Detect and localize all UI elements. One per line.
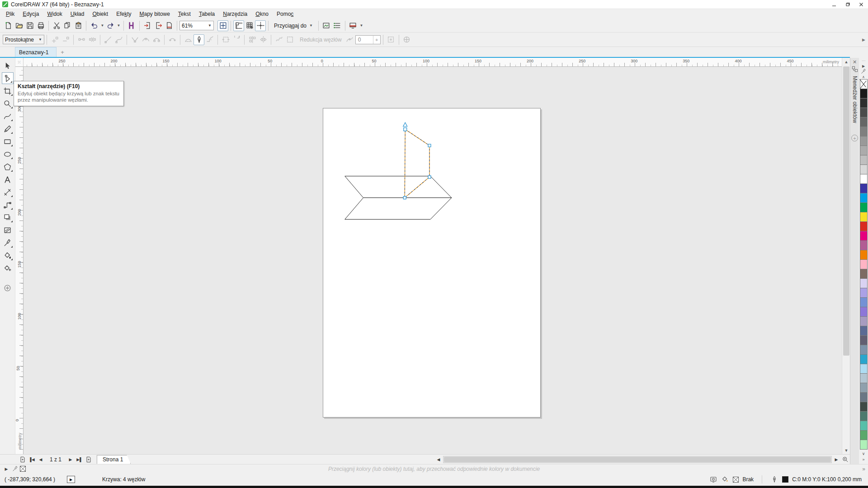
no-color-swatch[interactable] <box>860 79 868 89</box>
artistic-media-tool[interactable] <box>2 123 14 135</box>
spinner-plus-button[interactable]: + <box>373 36 380 44</box>
status-bar-flyout-button[interactable]: ▶ <box>67 476 75 483</box>
docker-add-button[interactable]: + <box>851 135 858 141</box>
freehand-tool[interactable] <box>2 110 14 122</box>
rulers-toggle-icon[interactable] <box>233 20 244 31</box>
color-swatch[interactable] <box>860 354 868 364</box>
zoom-level-combo[interactable]: 61%▼ <box>179 21 214 30</box>
document-options-icon[interactable] <box>321 20 332 31</box>
last-page-button[interactable]: ▶▌ <box>75 455 84 464</box>
palette-eyedropper-icon[interactable] <box>861 69 866 74</box>
color-swatch[interactable] <box>860 193 868 203</box>
zoom-tool[interactable] <box>2 98 14 109</box>
redo-dropdown[interactable]: ▼ <box>116 20 121 31</box>
color-swatch[interactable] <box>860 345 868 355</box>
menu-item[interactable]: Pomoc <box>273 9 297 19</box>
save-icon[interactable] <box>24 20 35 31</box>
paste-icon[interactable] <box>73 20 84 31</box>
undo-icon[interactable] <box>89 20 99 31</box>
polygon-tool[interactable] <box>2 161 14 173</box>
menu-item[interactable]: Edycja <box>19 9 43 19</box>
color-swatch[interactable] <box>860 155 868 165</box>
menu-item[interactable]: Układ <box>66 9 89 19</box>
palette-drag-handle[interactable]: ⋯ <box>862 58 865 63</box>
menu-item[interactable]: Okno <box>251 9 273 19</box>
color-swatch[interactable] <box>860 221 868 231</box>
curve-smoothness-spinner[interactable]: 0 + <box>355 35 381 44</box>
transparency-tool[interactable] <box>2 224 14 236</box>
color-swatch[interactable] <box>860 136 868 146</box>
color-swatch[interactable] <box>860 373 868 383</box>
color-swatch[interactable] <box>860 326 868 336</box>
color-swatch[interactable] <box>860 108 868 117</box>
color-swatch[interactable] <box>860 212 868 222</box>
add-page-icon-2[interactable] <box>84 455 93 464</box>
color-swatch[interactable] <box>860 402 868 412</box>
horizontal-ruler[interactable]: 2502001501005005010015020025030035040045… <box>24 58 842 67</box>
shape-tool[interactable] <box>2 72 14 84</box>
color-swatch[interactable] <box>860 164 868 174</box>
publish-pdf-icon[interactable] <box>164 20 175 31</box>
color-swatch[interactable] <box>860 383 868 393</box>
new-document-icon[interactable] <box>3 20 14 31</box>
color-swatch[interactable] <box>860 278 868 288</box>
ellipse-tool[interactable] <box>2 148 14 160</box>
export-icon[interactable] <box>153 20 164 31</box>
scroll-down-arrow[interactable]: ▼ <box>842 446 850 454</box>
curve-node[interactable] <box>403 197 406 199</box>
application-launcher-icon[interactable] <box>348 20 359 31</box>
menu-item[interactable]: Plik <box>2 9 19 19</box>
document-color-settings-icon[interactable] <box>709 475 717 483</box>
chevron-band-shape[interactable] <box>345 176 452 198</box>
menu-item[interactable]: Tabela <box>195 9 219 19</box>
document-page[interactable] <box>323 108 541 418</box>
page-tab-strona-1[interactable]: Strona 1 <box>97 455 131 464</box>
chevron-band-shape[interactable] <box>345 198 452 220</box>
application-launcher-dropdown[interactable]: ▼ <box>359 20 364 31</box>
minimize-button[interactable] <box>827 0 841 9</box>
drop-shadow-tool[interactable] <box>2 211 14 223</box>
menu-item[interactable]: Narzędzia <box>219 9 251 19</box>
docker-close-icon[interactable]: ✕ <box>853 58 857 66</box>
menu-item[interactable]: Obiekt <box>88 9 112 19</box>
drawing-objects[interactable] <box>323 108 540 417</box>
menu-item[interactable]: Efekty <box>112 9 135 19</box>
new-document-tab-button[interactable]: + <box>57 47 68 57</box>
palette-expand[interactable]: » <box>862 456 864 462</box>
crop-tool[interactable] <box>2 85 14 97</box>
more-tools-button[interactable] <box>2 282 14 294</box>
hints-icon[interactable] <box>126 20 137 31</box>
maximize-button[interactable] <box>841 0 854 9</box>
menu-item[interactable]: Mapy bitowe <box>135 9 174 19</box>
view-options-icon[interactable] <box>332 20 343 31</box>
close-button[interactable] <box>854 0 868 9</box>
palette-scroll-down[interactable]: ∨ <box>862 450 865 456</box>
color-swatch[interactable] <box>860 430 868 440</box>
fill-none-swatch[interactable] <box>733 477 739 483</box>
color-swatch[interactable] <box>860 307 868 317</box>
docker-tab-object-manager[interactable]: Menedżer obiektów <box>852 76 858 123</box>
color-swatch[interactable] <box>860 392 868 402</box>
color-swatch[interactable] <box>860 89 868 99</box>
color-swatch[interactable] <box>860 98 868 108</box>
color-eyedropper-tool[interactable] <box>2 237 14 249</box>
add-page-icon[interactable] <box>18 455 27 464</box>
vertical-scroll-thumb[interactable] <box>843 66 849 356</box>
color-swatch[interactable] <box>860 117 868 127</box>
outline-pen-icon[interactable] <box>770 475 778 483</box>
fill-color-icon[interactable] <box>721 475 729 483</box>
text-tool[interactable] <box>2 174 14 185</box>
color-swatch[interactable] <box>860 411 868 421</box>
drawing-canvas[interactable] <box>24 67 842 454</box>
next-page-button[interactable]: ▶ <box>66 455 75 464</box>
full-screen-preview-icon[interactable] <box>217 20 228 31</box>
menu-item[interactable]: Widok <box>43 9 66 19</box>
curve-node[interactable] <box>428 176 431 178</box>
rectangle-tool[interactable] <box>2 136 14 147</box>
color-swatch[interactable] <box>860 316 868 326</box>
color-swatch[interactable] <box>860 240 868 250</box>
ruler-origin-icon[interactable]: ⁙ <box>15 58 24 67</box>
marquee-mode-combo[interactable]: Prostokątne▼ <box>3 35 44 44</box>
scroll-right-arrow[interactable]: ▶ <box>832 455 841 464</box>
first-page-button[interactable]: ▐◀ <box>27 455 36 464</box>
